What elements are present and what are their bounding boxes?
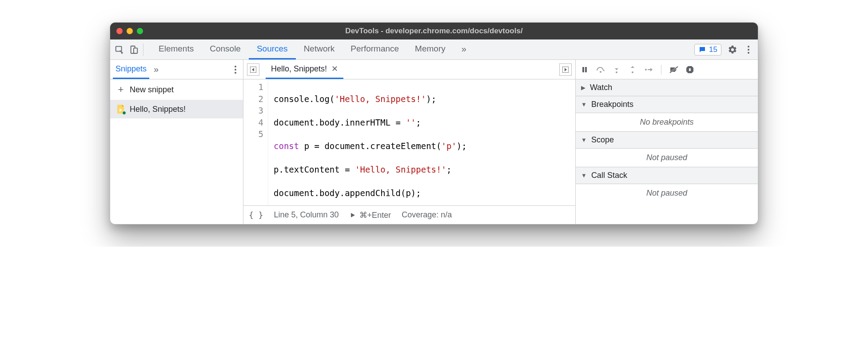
step-into-icon[interactable] — [612, 65, 621, 74]
editor-pane: Hello, Snippets! ✕ 1 2 3 4 5 console.log… — [243, 60, 576, 224]
breakpoints-section-header[interactable]: ▼ Breakpoints — [576, 96, 758, 113]
issues-badge[interactable]: 15 — [694, 44, 721, 55]
pretty-print-icon[interactable]: { } — [249, 210, 263, 220]
new-snippet-label: New snippet — [130, 85, 174, 94]
cursor-position: Line 5, Column 30 — [274, 210, 339, 220]
breakpoints-body: No breakpoints — [576, 113, 758, 132]
coverage-status: Coverage: n/a — [402, 210, 452, 220]
window-titlebar: DevTools - developer.chrome.com/docs/dev… — [110, 23, 758, 39]
snippets-list: + New snippet Hello, Snippets! — [110, 79, 243, 224]
snippet-item[interactable]: Hello, Snippets! — [110, 100, 243, 118]
code-editor[interactable]: 1 2 3 4 5 console.log('Hello, Snippets!'… — [243, 79, 575, 205]
traffic-lights — [116, 28, 143, 34]
line-gutter: 1 2 3 4 5 — [243, 81, 268, 205]
pause-icon[interactable] — [580, 65, 589, 74]
navigator-sidebar: Snippets » + New snippet Hello, Snippets… — [110, 60, 243, 224]
run-snippet-button[interactable]: ⌘+Enter — [350, 210, 391, 220]
tab-memory[interactable]: Memory — [407, 39, 454, 59]
devtools-window: DevTools - developer.chrome.com/docs/dev… — [110, 22, 758, 224]
debugger-pane: ▶ Watch ▼ Breakpoints No breakpoints ▼ S… — [576, 60, 758, 224]
show-debugger-icon[interactable] — [559, 63, 572, 76]
modified-indicator-icon — [122, 111, 126, 115]
more-navigator-tabs-icon[interactable]: » — [154, 64, 156, 75]
watch-section-header[interactable]: ▶ Watch — [576, 79, 758, 96]
show-navigator-icon[interactable] — [247, 63, 259, 76]
svg-rect-5 — [582, 67, 584, 72]
panel-tabs: Elements Console Sources Network Perform… — [151, 39, 472, 59]
tab-console[interactable]: Console — [202, 39, 249, 59]
close-tab-icon[interactable]: ✕ — [331, 64, 338, 74]
collapse-icon: ▼ — [581, 172, 587, 179]
kebab-menu-icon[interactable] — [744, 45, 753, 55]
svg-point-9 — [632, 71, 633, 73]
navigator-tabs: Snippets » — [110, 60, 243, 79]
play-icon — [350, 212, 356, 218]
code-content: console.log('Hello, Snippets!'); documen… — [268, 81, 467, 205]
tab-sources[interactable]: Sources — [249, 39, 296, 59]
more-tabs-button[interactable]: » — [454, 39, 472, 59]
editor-tab[interactable]: Hello, Snippets! ✕ — [266, 60, 343, 79]
step-out-icon[interactable] — [628, 65, 637, 74]
pause-on-exceptions-icon[interactable] — [685, 65, 694, 74]
deactivate-breakpoints-icon[interactable] — [669, 65, 678, 74]
minimize-window-button[interactable] — [127, 28, 133, 34]
svg-point-8 — [616, 71, 617, 73]
collapse-icon: ▼ — [581, 101, 587, 108]
close-window-button[interactable] — [116, 28, 123, 34]
window-title: DevTools - developer.chrome.com/docs/dev… — [345, 27, 522, 35]
plus-icon: + — [116, 84, 125, 95]
editor-statusbar: { } Line 5, Column 30 ⌘+Enter Coverage: … — [243, 205, 575, 224]
watch-label: Watch — [590, 83, 612, 92]
navigator-menu-icon[interactable] — [231, 65, 240, 75]
callstack-label: Call Stack — [591, 171, 627, 180]
maximize-window-button[interactable] — [137, 28, 143, 34]
svg-rect-2 — [134, 48, 137, 53]
new-snippet-button[interactable]: + New snippet — [110, 79, 243, 100]
snippet-item-label: Hello, Snippets! — [130, 105, 186, 114]
device-toolbar-icon[interactable] — [129, 45, 139, 55]
step-icon[interactable] — [644, 65, 653, 74]
navigator-tab-snippets[interactable]: Snippets — [113, 60, 149, 79]
tab-network[interactable]: Network — [296, 39, 343, 59]
settings-icon[interactable] — [728, 45, 737, 55]
breakpoints-label: Breakpoints — [591, 100, 633, 109]
svg-rect-13 — [689, 68, 691, 71]
tab-performance[interactable]: Performance — [342, 39, 407, 59]
scope-section-header[interactable]: ▼ Scope — [576, 132, 758, 149]
tab-elements[interactable]: Elements — [151, 39, 202, 59]
svg-point-7 — [600, 71, 601, 73]
svg-point-10 — [645, 69, 647, 71]
expand-icon: ▶ — [581, 84, 585, 91]
editor-tabbar: Hello, Snippets! ✕ — [243, 60, 575, 79]
svg-rect-6 — [585, 67, 587, 72]
snippet-file-icon — [116, 104, 125, 114]
inspect-element-icon[interactable] — [115, 45, 124, 55]
content-area: Snippets » + New snippet Hello, Snippets… — [110, 60, 758, 224]
svg-rect-0 — [116, 46, 122, 51]
step-over-icon[interactable] — [596, 65, 605, 74]
main-toolbar: Elements Console Sources Network Perform… — [110, 39, 758, 60]
callstack-section-header[interactable]: ▼ Call Stack — [576, 167, 758, 184]
editor-tab-label: Hello, Snippets! — [271, 64, 327, 74]
run-shortcut-label: ⌘+Enter — [359, 210, 391, 220]
issues-icon — [698, 46, 706, 54]
callstack-body: Not paused — [576, 184, 758, 202]
collapse-icon: ▼ — [581, 137, 587, 143]
scope-body: Not paused — [576, 149, 758, 167]
issues-count: 15 — [709, 45, 717, 54]
scope-label: Scope — [591, 135, 614, 145]
debugger-toolbar — [576, 60, 758, 79]
